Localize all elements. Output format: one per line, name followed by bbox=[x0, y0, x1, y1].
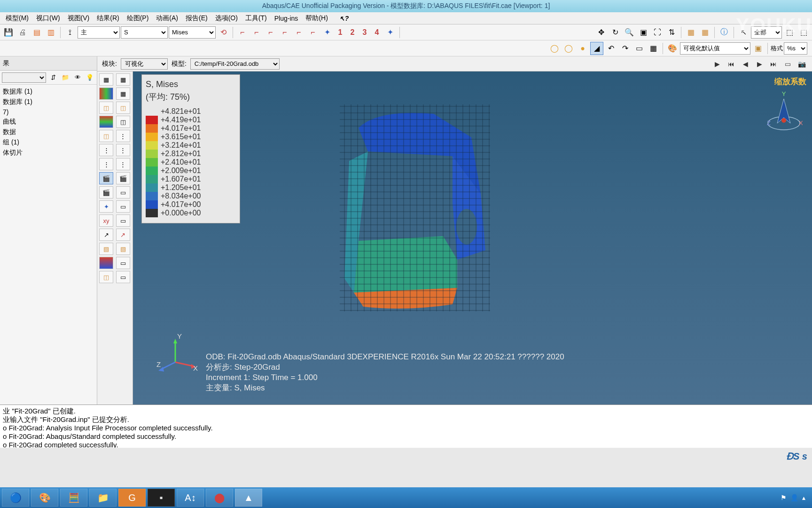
box-zoom-icon[interactable]: ▣ bbox=[637, 26, 650, 39]
tool-cut-opt-icon[interactable]: ▧ bbox=[116, 243, 130, 255]
tree-folder-icon[interactable]: 📁 bbox=[60, 72, 70, 83]
taskbar-foxit[interactable]: G bbox=[118, 489, 146, 507]
taskbar-record[interactable]: ⬤ bbox=[206, 489, 233, 507]
tool-deformed-icon[interactable]: ▦ bbox=[116, 73, 130, 86]
circle2-icon[interactable]: ◯ bbox=[562, 42, 575, 55]
view-2[interactable]: 2 bbox=[347, 27, 358, 38]
tool-history-opt-icon[interactable]: ▭ bbox=[116, 186, 130, 198]
palette-icon[interactable]: 🎨 bbox=[666, 42, 679, 55]
tray-user-icon[interactable]: 👤 bbox=[790, 494, 798, 501]
camera-icon[interactable]: 📷 bbox=[796, 58, 807, 70]
datum2-icon[interactable]: ⬚ bbox=[797, 26, 810, 39]
context-help-icon[interactable]: ↖? bbox=[336, 13, 353, 24]
prev-frame-icon[interactable]: ◀ bbox=[740, 58, 751, 70]
tool-symbol2-icon[interactable]: ◫ bbox=[116, 102, 130, 114]
tool-overlay-icon[interactable]: ◫ bbox=[99, 130, 113, 142]
cycle-views-icon[interactable]: ✦ bbox=[383, 26, 397, 39]
render-style-select[interactable]: 可视化默认值 bbox=[680, 42, 750, 55]
perspective-icon[interactable]: ◢ bbox=[590, 42, 603, 55]
tool-probe-opt-icon[interactable]: ↗ bbox=[116, 229, 130, 241]
tray-up-icon[interactable]: ▴ bbox=[802, 494, 805, 501]
menu-view[interactable]: 视图(V) bbox=[64, 13, 94, 24]
menu-animate[interactable]: 动画(A) bbox=[152, 13, 182, 24]
pan-icon[interactable]: ✥ bbox=[594, 26, 608, 39]
tool-probe-icon[interactable]: ↗ bbox=[99, 229, 113, 241]
play-icon[interactable]: ▶ bbox=[711, 58, 723, 70]
viewport-canvas[interactable]: S, Mises (平均: 75%) +4.821e+01+4.419e+01+… bbox=[133, 71, 812, 405]
tree-item[interactable]: 数据库 (1) bbox=[1, 87, 96, 97]
last-frame-icon[interactable]: ⏭ bbox=[768, 58, 779, 70]
menu-plugins[interactable]: Plug-ins bbox=[271, 13, 302, 24]
tool-xy-icon[interactable]: ✦ bbox=[99, 200, 113, 213]
first-frame-icon[interactable]: ⏮ bbox=[726, 58, 737, 70]
tool-overlay-opt-icon[interactable]: ⋮ bbox=[116, 130, 130, 142]
triad-icon[interactable]: ✦ bbox=[320, 26, 334, 39]
tree-bulb-icon[interactable]: 💡 bbox=[85, 72, 95, 83]
tool-superimpose-icon[interactable]: ⋮ bbox=[99, 158, 113, 170]
tree-item[interactable]: 数据 bbox=[1, 127, 96, 137]
circle1-icon[interactable]: ◯ bbox=[548, 42, 561, 55]
model-tree[interactable]: 数据库 (1) 数据库 (1) 7) 曲线 数据 组 (1) 体切片 bbox=[0, 85, 97, 405]
pointer-icon[interactable]: ↖ bbox=[737, 26, 750, 39]
grid1-icon[interactable]: ▦ bbox=[684, 26, 697, 39]
tool-contour-opt-icon[interactable]: ▦ bbox=[116, 87, 130, 100]
anim-options-icon[interactable]: ▭ bbox=[782, 58, 793, 70]
view-3[interactable]: 3 bbox=[359, 27, 370, 38]
save-icon[interactable]: 💾 bbox=[2, 26, 15, 39]
undo-icon[interactable]: ↶ bbox=[604, 42, 617, 55]
tool-material-opt-icon[interactable]: ◫ bbox=[116, 116, 130, 128]
sync-icon[interactable]: ⟲ bbox=[217, 26, 230, 39]
menu-help[interactable]: 帮助(H) bbox=[302, 13, 331, 24]
start-button[interactable]: 🔵 bbox=[2, 489, 29, 507]
view-1[interactable]: 1 bbox=[335, 27, 346, 38]
info-icon[interactable]: ⓘ bbox=[718, 26, 731, 39]
tool-field-opt-icon[interactable]: ▭ bbox=[116, 214, 130, 227]
tool-xy-opt-icon[interactable]: ▭ bbox=[116, 200, 130, 213]
view-iso4-icon[interactable]: ⌐ bbox=[278, 26, 291, 39]
format-select[interactable]: %s bbox=[784, 42, 807, 55]
taskbar-abaqus[interactable]: ▲ bbox=[235, 489, 262, 507]
tree-item[interactable]: 7) bbox=[1, 107, 96, 117]
tray-flag-icon[interactable]: ⚑ bbox=[781, 494, 787, 501]
fit-icon[interactable]: ⛶ bbox=[651, 26, 664, 39]
layer-select[interactable]: 全部 bbox=[751, 26, 782, 39]
tool-display-opt-icon[interactable]: ▭ bbox=[116, 271, 130, 283]
primary-var-select[interactable]: 主 bbox=[78, 26, 120, 39]
menu-tools[interactable]: 工具(T) bbox=[242, 13, 271, 24]
tool-field-icon[interactable]: xy bbox=[99, 214, 113, 227]
tool-undeformed-icon[interactable]: ▦ bbox=[99, 73, 113, 86]
system-tray[interactable]: ⚑ 👤 ▴ bbox=[781, 494, 810, 501]
tool-contour-icon[interactable] bbox=[99, 87, 113, 100]
menu-options[interactable]: 选项(O) bbox=[211, 13, 242, 24]
taskbar-paint[interactable]: 🎨 bbox=[31, 489, 58, 507]
menu-result[interactable]: 结果(R) bbox=[93, 13, 123, 24]
tool-animate-opt-icon[interactable]: 🎬 bbox=[116, 172, 130, 184]
page-icon[interactable]: ▭ bbox=[632, 42, 646, 55]
print-icon[interactable]: 🖨 bbox=[16, 26, 29, 39]
tool-superimpose-opt-icon[interactable]: ⋮ bbox=[116, 158, 130, 170]
tool-common-opt-icon[interactable]: ⋮ bbox=[116, 144, 130, 156]
tool-cut-icon[interactable]: ▧ bbox=[99, 243, 113, 255]
taskbar-notepad[interactable]: A↕ bbox=[177, 489, 204, 507]
view-compass[interactable]: Y Z X bbox=[765, 90, 803, 137]
field-letter-select[interactable]: S bbox=[121, 26, 168, 39]
redo-icon[interactable]: ↷ bbox=[618, 42, 632, 55]
menu-report[interactable]: 报告(E) bbox=[182, 13, 211, 24]
view-iso6-icon[interactable]: ⌐ bbox=[306, 26, 320, 39]
tree-item[interactable]: 体切片 bbox=[1, 148, 96, 158]
tool-history-icon[interactable]: 🎬 bbox=[99, 186, 113, 198]
tree-item[interactable]: 曲线 bbox=[1, 117, 96, 127]
view-4[interactable]: 4 bbox=[371, 27, 383, 38]
tree-item[interactable]: 数据库 (1) bbox=[1, 97, 96, 107]
menu-plot[interactable]: 绘图(P) bbox=[123, 13, 153, 24]
circle3-icon[interactable]: ● bbox=[576, 42, 589, 55]
datum-icon[interactable]: ⬚ bbox=[783, 26, 796, 39]
next-frame-icon[interactable]: ▶ bbox=[754, 58, 765, 70]
model-select[interactable]: C:/temp/Fit-20Grad.odb bbox=[190, 58, 280, 70]
tree-item[interactable]: 组 (1) bbox=[1, 137, 96, 148]
tree-eye-icon[interactable]: 👁 bbox=[72, 72, 83, 83]
message-console[interactable]: 业 "Fit-20Grad" 已创建.业输入文件 "Fit-20Grad.inp… bbox=[0, 405, 812, 448]
swap-icon[interactable]: ⇅ bbox=[665, 26, 678, 39]
tool-animate-icon[interactable]: 🎬 bbox=[99, 172, 113, 184]
grid2-icon[interactable]: ▦ bbox=[698, 26, 711, 39]
